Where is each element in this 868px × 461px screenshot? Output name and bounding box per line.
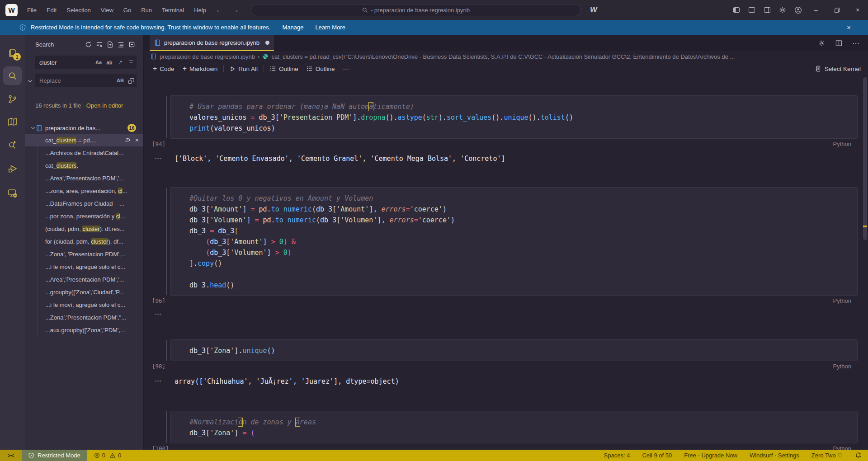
manage-link[interactable]: Manage <box>282 24 303 31</box>
split-editor-icon[interactable] <box>831 36 846 50</box>
search-result-row[interactable]: ...zona, area, presentación, cl... <box>25 184 143 197</box>
dismiss-match-icon[interactable]: × <box>135 136 139 144</box>
sidebar-item-map[interactable] <box>3 113 22 131</box>
toggle-sidebar-right-icon[interactable] <box>760 3 775 17</box>
search-result-row[interactable]: ...í le moví, agregué solo el c... <box>25 260 143 273</box>
outline-button[interactable]: Outline <box>266 63 302 74</box>
search-result-row[interactable]: ...Zona', 'Presentacion PDM',... <box>25 248 143 260</box>
code-cell[interactable]: #Normalización de zonas y áreasdb_3['Zon… <box>170 411 858 443</box>
toolbar-more-icon[interactable]: ⋯ <box>339 63 354 74</box>
menu-go[interactable]: Go <box>118 5 136 15</box>
editor-scrollbar[interactable] <box>862 75 868 450</box>
menu-help[interactable]: Help <box>189 5 211 15</box>
cell-language-label[interactable]: Python <box>833 297 851 304</box>
search-result-row[interactable]: ...Archivos de Entrada\Catal... <box>25 146 143 159</box>
preserve-case-icon[interactable]: AB <box>115 75 126 85</box>
open-search-editor-icon[interactable] <box>104 39 115 49</box>
search-result-row[interactable]: cat_clusters, <box>25 159 143 172</box>
tab-notebook[interactable]: preparacion de base regresion.ipynb <box>150 35 274 51</box>
command-center-search[interactable]: - preparacion de base regresion.ipynb <box>251 4 581 16</box>
close-window-button[interactable]: × <box>847 0 868 20</box>
collapse-all-icon[interactable] <box>126 39 137 49</box>
search-result-row[interactable]: ...por zona, presentación y cl... <box>25 210 143 222</box>
output-collapse-icon[interactable]: ⋯ <box>155 377 161 385</box>
breadcrumb[interactable]: preparacion de base regresion.ipynb › ca… <box>144 51 868 62</box>
problems-status[interactable]: 0 0 <box>94 452 121 459</box>
settings-gear-icon[interactable] <box>775 3 790 17</box>
restore-button[interactable] <box>826 0 847 20</box>
menu-terminal[interactable]: Terminal <box>157 5 189 15</box>
open-in-editor-link[interactable]: Open in editor <box>86 102 123 109</box>
filter-icon[interactable] <box>126 57 137 67</box>
cell-language-label[interactable]: Python <box>833 445 851 450</box>
code-cell[interactable]: # Usar pandas para ordenar (maneja NaN a… <box>170 95 858 139</box>
remote-indicator[interactable]: >< <box>0 450 22 461</box>
breadcrumb-cell[interactable]: cat_clusters = pd.read_csv(r"C:\Users\Le… <box>271 53 735 60</box>
search-input[interactable]: cluster Aa ab .* <box>35 56 137 69</box>
search-result-row[interactable]: ...DataFrames por Ciudad – ... <box>25 197 143 210</box>
whole-word-icon[interactable]: ab <box>104 57 115 67</box>
view-as-list-icon[interactable] <box>115 39 126 49</box>
sidebar-item-debug[interactable] <box>3 160 22 178</box>
refresh-icon[interactable] <box>83 39 94 49</box>
account-icon[interactable] <box>790 3 806 17</box>
notifications-bell-icon[interactable] <box>855 452 862 459</box>
code-cell[interactable]: #Quitar los 0 y negativos en Amount y Vo… <box>170 187 858 296</box>
output-collapse-icon[interactable]: ⋯ <box>155 154 161 162</box>
search-result-row[interactable]: cat_clusters = pd....× <box>25 134 143 146</box>
replace-match-icon[interactable] <box>124 137 131 143</box>
editor-gear-icon[interactable] <box>814 36 829 50</box>
toggle-sidebar-left-icon[interactable] <box>729 3 744 17</box>
add-code-button[interactable]: +Code <box>149 63 179 74</box>
menu-selection[interactable]: Selection <box>61 5 95 15</box>
sidebar-item-source-control[interactable] <box>3 90 22 108</box>
cell-position-status[interactable]: Cell 9 of 50 <box>642 452 672 459</box>
cell-language-label[interactable]: Python <box>833 141 851 147</box>
menu-file[interactable]: File <box>22 5 42 15</box>
replace-all-icon[interactable] <box>126 75 137 85</box>
search-result-row[interactable]: for (ciudad, pdm, cluster), df... <box>25 235 143 248</box>
result-file-row[interactable]: preparacion de bas... 16 <box>25 122 143 134</box>
outline-button-2[interactable]: Outline <box>302 63 339 74</box>
add-markdown-button[interactable]: +Markdown <box>179 63 222 74</box>
learn-more-link[interactable]: Learn More <box>315 24 345 31</box>
search-result-row[interactable]: ...Area','Presentacion PDM','... <box>25 273 143 286</box>
search-result-row[interactable]: ...Area','Presentacion PDM','... <box>25 172 143 184</box>
nav-forward-icon[interactable]: → <box>227 6 244 14</box>
sidebar-item-remote-explorer[interactable]: >< <box>3 184 22 202</box>
menu-edit[interactable]: Edit <box>42 5 61 15</box>
output-collapse-icon[interactable]: ⋯ <box>155 310 161 318</box>
replace-input[interactable]: Replace AB <box>35 74 137 87</box>
minimize-button[interactable]: – <box>806 0 826 20</box>
sidebar-item-search[interactable] <box>3 66 22 85</box>
indentation-status[interactable]: Spaces: 4 <box>604 452 630 459</box>
search-result-row[interactable]: ...groupby(['Zona','Ciudad','P... <box>25 286 143 298</box>
search-result-row[interactable]: ...í le moví, agregué solo el c... <box>25 298 143 311</box>
plan-status[interactable]: Free - Upgrade Now <box>684 452 737 459</box>
toggle-panel-icon[interactable] <box>744 3 760 17</box>
nav-back-icon[interactable]: ← <box>211 6 227 14</box>
clear-results-icon[interactable] <box>94 39 104 49</box>
restricted-mode-status[interactable]: Restricted Mode <box>22 450 87 461</box>
match-case-icon[interactable]: Aa <box>93 57 104 67</box>
search-result-row[interactable]: (ciudad, pdm, cluster): df.res... <box>25 222 143 235</box>
app-settings-status[interactable]: Windsurf - Settings <box>750 452 799 459</box>
search-result-row[interactable]: ...aux.groupby(['Zona','PDM',... <box>25 324 143 336</box>
menu-view[interactable]: View <box>96 5 118 15</box>
profile-status[interactable]: Zero Two ♡ <box>811 452 843 459</box>
dirty-indicator-icon[interactable] <box>265 41 269 45</box>
breadcrumb-file[interactable]: preparacion de base regresion.ipynb <box>160 53 255 60</box>
select-kernel-button[interactable]: Select Kernel <box>815 66 861 72</box>
search-result-row[interactable]: ...Zona','Presentacion PDM',"... <box>25 311 143 324</box>
code-cell[interactable]: db_3['Zona'].unique() <box>170 339 858 361</box>
sidebar-item-explorer[interactable]: 1 <box>3 43 22 61</box>
sidebar-item-ai-search[interactable] <box>3 135 22 154</box>
scrollbar-thumb[interactable] <box>863 77 867 240</box>
toggle-replace-icon[interactable] <box>27 78 33 84</box>
menu-run[interactable]: Run <box>136 5 157 15</box>
cell-language-label[interactable]: Python <box>833 363 851 370</box>
regex-icon[interactable]: .* <box>115 57 126 67</box>
banner-close-icon[interactable]: × <box>847 24 851 31</box>
run-all-button[interactable]: Run All <box>226 63 262 74</box>
more-actions-icon[interactable]: ⋯ <box>848 36 863 50</box>
